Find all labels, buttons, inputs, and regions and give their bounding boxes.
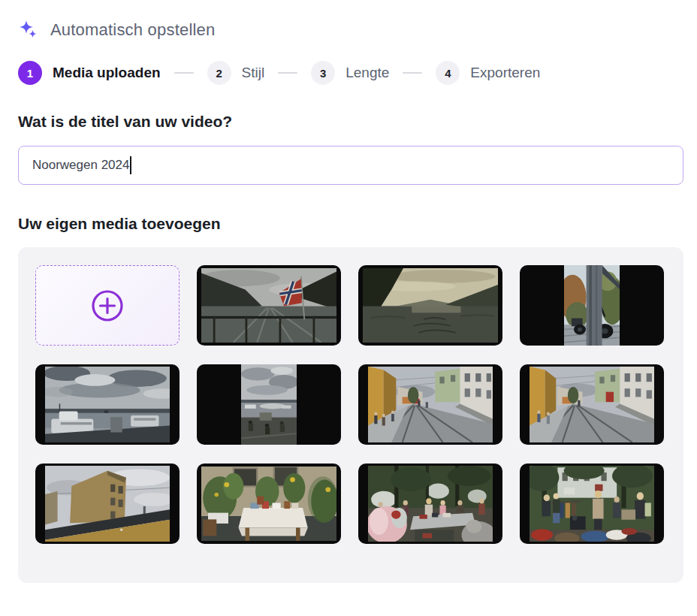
auto-compose-wizard: Automatisch opstellen 1 Media uploaden 2… — [0, 0, 697, 616]
step-label: Exporteren — [470, 65, 540, 81]
step-stijl[interactable]: 2 Stijl — [207, 61, 265, 85]
media-thumbnail[interactable] — [520, 464, 664, 544]
sparkles-icon — [18, 20, 39, 41]
media-thumbnail[interactable] — [358, 265, 502, 346]
media-grid — [35, 265, 666, 544]
step-number-badge: 4 — [436, 61, 460, 85]
video-title-value: Noorwegen 2024 — [32, 158, 129, 173]
video-title-question: Wat is de titel van uw video? — [18, 113, 679, 131]
step-label: Stijl — [242, 65, 265, 81]
media-thumbnail[interactable] — [35, 364, 180, 445]
media-thumbnail[interactable] — [197, 265, 341, 346]
video-title-input[interactable]: Noorwegen 2024 — [18, 146, 683, 185]
wizard-stepper: 1 Media uploaden 2 Stijl 3 Lengte 4 Expo… — [18, 61, 679, 85]
step-exporteren[interactable]: 4 Exporteren — [436, 61, 540, 85]
media-thumbnail[interactable] — [520, 265, 664, 346]
step-divider — [403, 72, 422, 74]
wizard-header: Automatisch opstellen — [18, 0, 679, 41]
step-label: Media uploaden — [53, 65, 161, 81]
media-panel — [18, 247, 683, 583]
step-lengte[interactable]: 3 Lengte — [311, 61, 389, 85]
step-number-badge: 3 — [311, 61, 335, 85]
media-section-heading: Uw eigen media toevoegen — [18, 215, 679, 233]
page-title: Automatisch opstellen — [50, 20, 215, 40]
step-divider — [174, 72, 194, 74]
step-number-badge: 2 — [207, 61, 231, 85]
media-thumbnail[interactable] — [35, 464, 180, 544]
media-thumbnail[interactable] — [520, 364, 664, 445]
media-thumbnail[interactable] — [358, 364, 502, 445]
media-thumbnail[interactable] — [358, 464, 502, 544]
media-thumbnail[interactable] — [197, 464, 341, 544]
plus-circle-icon — [90, 288, 125, 323]
media-thumbnail[interactable] — [197, 364, 341, 445]
step-number-badge: 1 — [18, 61, 42, 85]
text-caret — [130, 156, 131, 174]
step-media-uploaden[interactable]: 1 Media uploaden — [18, 61, 161, 85]
step-divider — [278, 72, 297, 74]
step-label: Lengte — [345, 65, 389, 81]
add-media-button[interactable] — [35, 265, 180, 346]
